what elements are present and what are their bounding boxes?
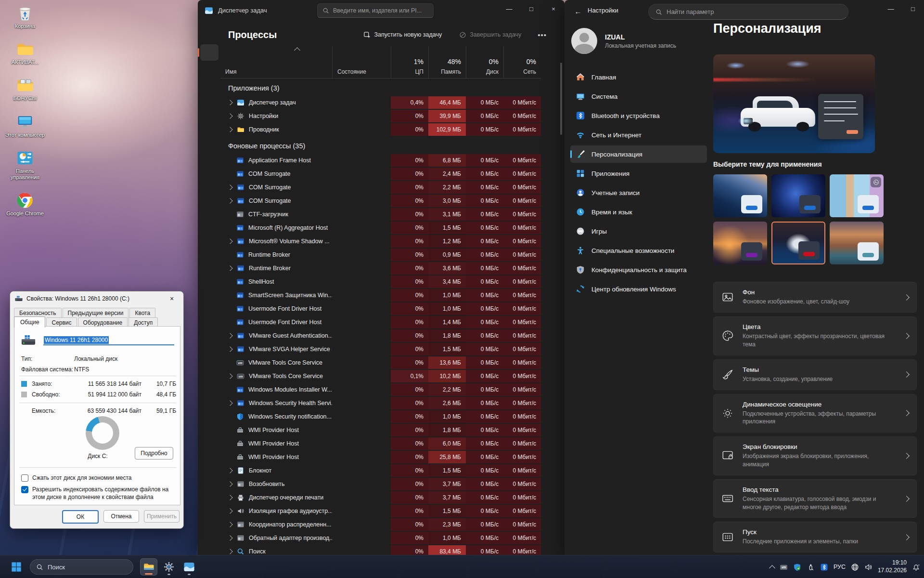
taskbar-app-settings-gear-icon[interactable] — [160, 558, 178, 576]
expand-chevron-icon[interactable] — [227, 495, 232, 500]
process-row[interactable]: Microsoft® Volume Shadow ...0%1,2 МБ0 МБ… — [220, 235, 541, 248]
taskbar-app-explorer-icon[interactable] — [140, 558, 157, 576]
usb-icon[interactable] — [807, 563, 815, 571]
sidebar-item[interactable]: Конфиденциальность и защита — [570, 261, 707, 278]
process-row[interactable]: Windows Security Health Servi...0%2,6 МБ… — [220, 396, 541, 410]
process-row[interactable]: Возобновить0%3,7 МБ0 МБ/с0 Мбит/с — [220, 477, 541, 491]
desktop-icon[interactable]: Этот компьютер — [5, 113, 45, 138]
theme-tile-coast-theme[interactable] — [830, 222, 884, 264]
expand-chevron-icon[interactable] — [227, 468, 232, 473]
props-close-button[interactable]: × — [165, 295, 179, 302]
settings-card[interactable]: Экран блокировкиИзображения экрана блоки… — [713, 436, 917, 475]
process-row[interactable]: ShellHost0%3,4 МБ0 МБ/с0 Мбит/с — [220, 275, 541, 289]
defender-icon[interactable] — [793, 563, 801, 571]
nav-services[interactable] — [200, 166, 218, 182]
taskbar-app-taskmanager-icon[interactable] — [180, 558, 198, 576]
expand-chevron-icon[interactable] — [227, 481, 232, 486]
sidebar-item[interactable]: Система — [570, 88, 707, 105]
theme-tile-sunset-theme[interactable] — [713, 222, 767, 264]
nav-settings[interactable] — [200, 539, 218, 555]
process-row[interactable]: Microsoft (R) Aggregator Host0%1,5 МБ0 М… — [220, 221, 541, 235]
settings-maximize-button[interactable]: □ — [902, 0, 924, 17]
desktop-icon[interactable]: Google Chrome — [5, 191, 45, 217]
volume-icon[interactable] — [864, 563, 873, 571]
column-disk[interactable]: Диск — [486, 68, 499, 75]
process-row[interactable]: Диспетчер очереди печати0%3,7 МБ0 МБ/с0 … — [220, 491, 541, 504]
expand-chevron-icon[interactable] — [227, 373, 232, 379]
theme-tile-windows-bloom-theme[interactable] — [713, 174, 767, 217]
expand-chevron-icon[interactable] — [227, 535, 232, 540]
column-memory[interactable]: Память — [441, 68, 461, 75]
settings-card[interactable]: ТемыУстановка, создание, управление — [713, 359, 917, 390]
desktop-icon[interactable]: БОНУСЫ — [5, 76, 45, 102]
process-row[interactable]: Windows Security notification...0%1,0 МБ… — [220, 410, 541, 423]
desktop-icon[interactable]: Панель управления — [5, 149, 45, 181]
settings-card[interactable]: Ввод текстаСенсорная клавиатура, голосов… — [713, 479, 917, 518]
sidebar-item[interactable]: Центр обновления Windows — [570, 280, 707, 298]
settings-card[interactable]: ПускПоследние приложения и элементы, пап… — [713, 522, 917, 552]
vm-tray-icon[interactable]: vm — [780, 563, 788, 571]
expand-chevron-icon[interactable] — [227, 238, 232, 244]
back-button[interactable]: ← — [571, 5, 585, 17]
process-row[interactable]: Windows Modules Installer W...0%2,2 МБ0 … — [220, 383, 541, 396]
sidebar-item[interactable]: Специальные возможности — [570, 242, 707, 259]
desktop-icon[interactable]: Корзина — [5, 4, 45, 29]
sidebar-item[interactable]: Главная — [570, 68, 707, 86]
expand-chevron-icon[interactable] — [227, 184, 232, 190]
account-block[interactable]: IZUAL Локальная учетная запись — [571, 28, 676, 54]
expand-chevron-icon[interactable] — [227, 198, 232, 203]
process-row[interactable]: Настройки0%39,9 МБ0 МБ/с0 Мбит/с — [220, 109, 541, 123]
expand-chevron-icon[interactable] — [227, 508, 232, 513]
theme-tile-beach-blossom-theme[interactable] — [830, 174, 884, 217]
tm-close-button[interactable]: × — [542, 0, 565, 17]
process-row[interactable]: Runtime Broker0%0,9 МБ0 МБ/с0 Мбит/с — [220, 248, 541, 262]
process-row[interactable]: SmartScreen Защитника Win...0%1,0 МБ0 МБ… — [220, 289, 541, 302]
nav-details[interactable] — [200, 145, 218, 162]
props-titlebar[interactable]: Свойства: Windows 11 26h1 28000 (C:) × — [10, 291, 183, 306]
notification-bell-icon[interactable]: z — [912, 563, 920, 571]
sidebar-item[interactable]: Приложения — [570, 165, 707, 182]
end-task-button[interactable]: Завершить задачу — [454, 28, 526, 41]
compress-disk-checkbox-row[interactable]: Сжать этот диск для экономии места — [21, 474, 175, 482]
sidebar-item[interactable]: Учетные записи — [570, 184, 707, 201]
expand-chevron-icon[interactable] — [227, 100, 232, 105]
process-row[interactable]: COM Surrogate0%2,4 МБ0 МБ/с0 Мбит/с — [220, 167, 541, 181]
process-row[interactable]: Координатор распределенн...0%2,3 МБ0 МБ/… — [220, 518, 541, 531]
nav-users[interactable] — [200, 125, 218, 142]
process-row[interactable]: Usermode Font Driver Host0%1,0 МБ0 МБ/с0… — [220, 302, 541, 315]
expand-chevron-icon[interactable] — [227, 333, 232, 338]
details-button[interactable]: Подробно — [135, 447, 173, 460]
bluetooth-tray-icon[interactable] — [820, 563, 828, 571]
taskbar-clock[interactable]: 19:10 17.02.2026 — [878, 559, 907, 574]
settings-search-input[interactable]: Найти параметр — [648, 4, 848, 20]
process-row[interactable]: WMI Provider Host0%6,0 МБ0 МБ/с0 Мбит/с — [220, 437, 541, 450]
tab-Общие[interactable]: Общие — [14, 316, 45, 328]
theme-tile-blue-rose-theme[interactable] — [771, 174, 825, 217]
expand-chevron-icon[interactable] — [227, 265, 232, 271]
sidebar-item[interactable]: Время и язык — [570, 203, 707, 221]
desktop-icon[interactable]: АКТИВАТ... — [5, 40, 45, 66]
nav-app-history[interactable] — [200, 85, 218, 101]
process-row[interactable]: Проводник0%102,9 МБ0 МБ/с0 Мбит/с — [220, 123, 541, 136]
column-status[interactable]: Состояние — [337, 68, 366, 75]
theme-tile-car-theme[interactable] — [771, 222, 825, 264]
expand-chevron-icon[interactable] — [227, 549, 232, 554]
sidebar-item[interactable]: Bluetooth и устройства — [570, 107, 707, 124]
run-new-task-button[interactable]: Запустить новую задачу — [359, 28, 447, 41]
tab-Квота[interactable]: Квота — [129, 308, 155, 318]
process-row[interactable]: vmVMware Tools Core Service0,1%10,2 МБ0 … — [220, 369, 541, 383]
sidebar-item[interactable]: Сеть и Интернет — [570, 126, 707, 144]
expand-chevron-icon[interactable] — [227, 400, 232, 406]
tm-column-header[interactable]: Имя Состояние 1%ЦП 48%Память 0%Диск 0%Се… — [220, 46, 541, 79]
process-row[interactable]: WMI Provider Host0%25,8 МБ0 МБ/с0 Мбит/с — [220, 450, 541, 464]
settings-minimize-button[interactable]: — — [880, 0, 902, 17]
process-row[interactable]: CTF-загрузчик0%3,1 МБ0 МБ/с0 Мбит/с — [220, 208, 541, 221]
expand-chevron-icon[interactable] — [227, 113, 232, 118]
process-row[interactable]: Диспетчер задач0,4%46,4 МБ0 МБ/с0 Мбит/с — [220, 96, 541, 109]
start-button[interactable] — [8, 558, 25, 576]
ok-button[interactable]: ОК — [62, 510, 99, 524]
process-row[interactable]: Блокнот0%1,5 МБ0 МБ/с0 Мбит/с — [220, 464, 541, 477]
sidebar-item[interactable]: Игры — [570, 223, 707, 240]
nav-processes[interactable] — [200, 44, 218, 61]
nav-performance[interactable] — [200, 65, 218, 81]
